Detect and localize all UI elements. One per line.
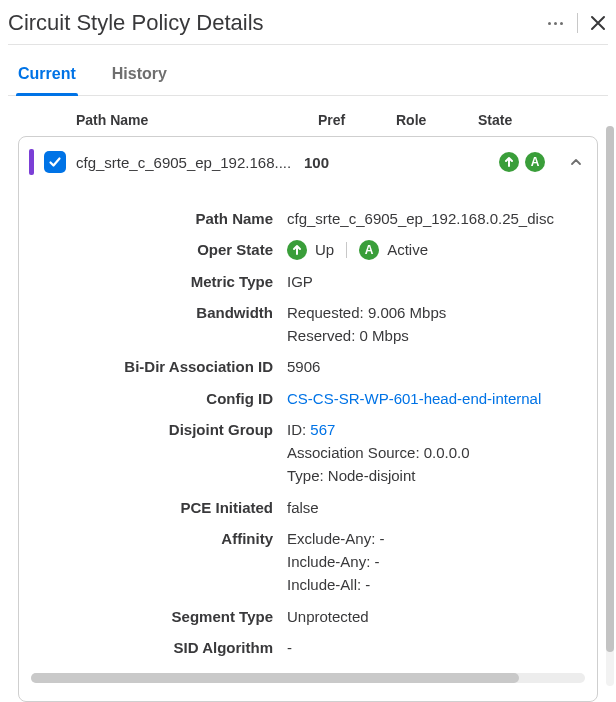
table-head: Path Name Pref Role State bbox=[8, 104, 608, 136]
tab-history[interactable]: History bbox=[112, 65, 167, 95]
label-path-name: Path Name bbox=[37, 207, 287, 230]
kv-bandwidth: Bandwidth Requested: 9.006 Mbps Reserved… bbox=[37, 301, 579, 348]
panel-title: Circuit Style Policy Details bbox=[8, 10, 264, 36]
value-sid: - bbox=[287, 636, 579, 659]
value-path-name: cfg_srte_c_6905_ep_192.168.0.25_disc bbox=[287, 207, 579, 230]
up-arrow-icon bbox=[287, 240, 307, 260]
label-oper-state: Oper State bbox=[37, 238, 287, 261]
row-path-name: cfg_srte_c_6905_ep_192.168.... bbox=[76, 154, 294, 171]
label-config-id: Config ID bbox=[37, 387, 287, 410]
row-accent bbox=[29, 149, 34, 175]
path-card: cfg_srte_c_6905_ep_192.168.... 100 A Pat… bbox=[18, 136, 598, 702]
value-oper-state: Up A Active bbox=[287, 238, 579, 261]
table-row[interactable]: cfg_srte_c_6905_ep_192.168.... 100 A bbox=[19, 137, 597, 187]
value-pce: false bbox=[287, 496, 579, 519]
vscroll-thumb[interactable] bbox=[606, 126, 614, 652]
row-badges: A bbox=[499, 152, 545, 172]
value-config-id: CS-CS-SR-WP-601-head-end-internal bbox=[287, 387, 579, 410]
policy-details-panel: Circuit Style Policy Details Current His… bbox=[0, 0, 616, 702]
value-bandwidth: Requested: 9.006 Mbps Reserved: 0 Mbps bbox=[287, 301, 579, 348]
col-pref[interactable]: Pref bbox=[318, 112, 396, 128]
close-icon[interactable] bbox=[588, 13, 608, 33]
up-arrow-icon bbox=[499, 152, 519, 172]
disjoint-source: Association Source: 0.0.0.0 bbox=[287, 441, 579, 464]
bandwidth-requested: Requested: 9.006 Mbps bbox=[287, 301, 579, 324]
kv-bidir: Bi-Dir Association ID 5906 bbox=[37, 355, 579, 378]
row-checkbox[interactable] bbox=[44, 151, 66, 173]
tabs: Current History bbox=[8, 45, 608, 96]
value-disjoint: ID: 567 Association Source: 0.0.0.0 Type… bbox=[287, 418, 579, 488]
value-segment: Unprotected bbox=[287, 605, 579, 628]
tab-current[interactable]: Current bbox=[18, 65, 76, 95]
kv-metric-type: Metric Type IGP bbox=[37, 270, 579, 293]
affinity-excl: Exclude-Any: - bbox=[287, 527, 579, 550]
separator bbox=[346, 242, 347, 258]
kv-sid: SID Algorithm - bbox=[37, 636, 579, 659]
separator bbox=[577, 13, 578, 33]
kv-pce: PCE Initiated false bbox=[37, 496, 579, 519]
value-affinity: Exclude-Any: - Include-Any: - Include-Al… bbox=[287, 527, 579, 597]
label-bidir: Bi-Dir Association ID bbox=[37, 355, 287, 378]
affinity-incl-all: Include-All: - bbox=[287, 573, 579, 596]
config-id-link[interactable]: CS-CS-SR-WP-601-head-end-internal bbox=[287, 390, 541, 407]
disjoint-type: Type: Node-disjoint bbox=[287, 464, 579, 487]
kv-affinity: Affinity Exclude-Any: - Include-Any: - I… bbox=[37, 527, 579, 597]
label-bandwidth: Bandwidth bbox=[37, 301, 287, 348]
disjoint-id-label: ID: bbox=[287, 421, 310, 438]
label-affinity: Affinity bbox=[37, 527, 287, 597]
oper-state-active: Active bbox=[387, 238, 428, 261]
vertical-scrollbar[interactable] bbox=[606, 126, 614, 686]
label-sid: SID Algorithm bbox=[37, 636, 287, 659]
label-disjoint: Disjoint Group bbox=[37, 418, 287, 488]
kv-segment: Segment Type Unprotected bbox=[37, 605, 579, 628]
header-actions bbox=[544, 13, 608, 33]
horizontal-scrollbar[interactable] bbox=[31, 673, 585, 683]
panel-header: Circuit Style Policy Details bbox=[8, 0, 608, 44]
col-path-name[interactable]: Path Name bbox=[76, 112, 318, 128]
bandwidth-reserved: Reserved: 0 Mbps bbox=[287, 324, 579, 347]
affinity-incl-any: Include-Any: - bbox=[287, 550, 579, 573]
kv-path-name: Path Name cfg_srte_c_6905_ep_192.168.0.2… bbox=[37, 207, 579, 230]
col-role[interactable]: Role bbox=[396, 112, 478, 128]
label-segment: Segment Type bbox=[37, 605, 287, 628]
disjoint-id-link[interactable]: 567 bbox=[310, 421, 335, 438]
col-state[interactable]: State bbox=[478, 112, 538, 128]
kv-oper-state: Oper State Up A Active bbox=[37, 238, 579, 261]
chevron-up-icon[interactable] bbox=[569, 155, 583, 169]
oper-state-up: Up bbox=[315, 238, 334, 261]
active-badge-icon: A bbox=[359, 240, 379, 260]
kv-disjoint: Disjoint Group ID: 567 Association Sourc… bbox=[37, 418, 579, 488]
path-details: Path Name cfg_srte_c_6905_ep_192.168.0.2… bbox=[19, 187, 597, 659]
more-icon[interactable] bbox=[544, 18, 567, 29]
value-metric-type: IGP bbox=[287, 270, 579, 293]
hscroll-thumb[interactable] bbox=[31, 673, 519, 683]
label-pce: PCE Initiated bbox=[37, 496, 287, 519]
kv-config-id: Config ID CS-CS-SR-WP-601-head-end-inter… bbox=[37, 387, 579, 410]
row-pref: 100 bbox=[304, 154, 374, 171]
value-bidir: 5906 bbox=[287, 355, 579, 378]
paths-table: Path Name Pref Role State cfg_srte_c_690… bbox=[8, 104, 608, 702]
label-metric-type: Metric Type bbox=[37, 270, 287, 293]
active-badge-icon: A bbox=[525, 152, 545, 172]
